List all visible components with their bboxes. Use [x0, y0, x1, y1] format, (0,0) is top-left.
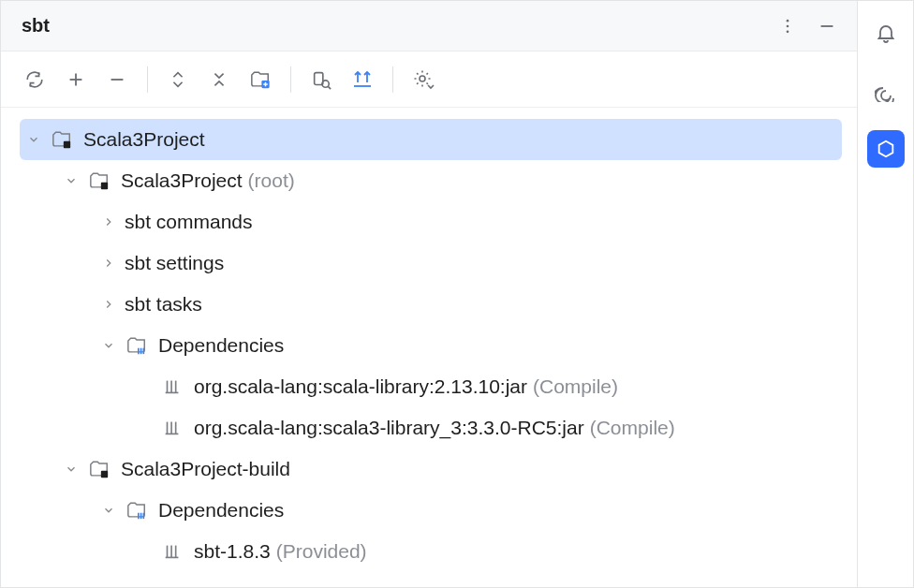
- tree-node-dependencies[interactable]: Dependencies: [95, 490, 842, 531]
- svg-marker-38: [878, 141, 892, 157]
- download-sources-button[interactable]: [342, 59, 383, 100]
- expand-all-button[interactable]: [157, 59, 199, 100]
- chevron-right-icon: [98, 253, 119, 273]
- separator: [290, 66, 291, 93]
- node-label: Scala3Project: [121, 169, 243, 192]
- tree-node-dependency[interactable]: sbt-1.8.3 (Provided): [130, 531, 842, 572]
- tree-node-root-project[interactable]: Scala3Project: [20, 119, 842, 160]
- hexagon-tool-button[interactable]: [867, 130, 905, 168]
- svg-point-1: [787, 24, 789, 27]
- settings-button[interactable]: [403, 59, 444, 100]
- chevron-right-icon: [98, 294, 119, 315]
- right-tool-strip: [858, 0, 914, 588]
- node-label: sbt settings: [125, 252, 224, 274]
- module-folder-icon: [87, 457, 111, 481]
- sbt-tree: Scala3Project Scala3Project (root) sbt c…: [1, 108, 857, 587]
- separator: [392, 66, 393, 93]
- svg-rect-17: [64, 141, 70, 148]
- tree-node-sbt-commands[interactable]: sbt commands: [95, 201, 842, 243]
- chevron-right-icon: [98, 212, 119, 232]
- notifications-button[interactable]: [867, 14, 905, 51]
- refresh-button[interactable]: [14, 59, 55, 100]
- add-button[interactable]: [55, 59, 96, 100]
- library-folder-icon: [125, 498, 149, 522]
- tree-node-dependency[interactable]: org.scala-lang:scala-library:2.13.10:jar…: [130, 366, 842, 407]
- node-label: Scala3Project-build: [121, 458, 290, 480]
- svg-line-12: [328, 86, 331, 89]
- tree-node-dependency[interactable]: org.scala-lang:scala3-library_3:3.3.0-RC…: [130, 407, 842, 448]
- node-suffix: (Provided): [276, 540, 367, 563]
- library-icon: [160, 416, 184, 440]
- group-modules-button[interactable]: [240, 59, 281, 100]
- chevron-down-icon: [98, 500, 119, 521]
- node-label: org.scala-lang:scala3-library_3:3.3.0-RC…: [194, 417, 584, 439]
- chevron-down-icon: [98, 335, 119, 356]
- chevron-down-icon: [61, 459, 81, 479]
- library-folder-icon: [125, 333, 149, 358]
- sbt-tool-window: sbt: [0, 0, 858, 588]
- svg-rect-18: [101, 183, 108, 189]
- node-label: Dependencies: [158, 334, 284, 357]
- node-label: Scala3Project: [83, 128, 205, 151]
- node-label: sbt commands: [125, 211, 253, 233]
- tree-node-module[interactable]: Scala3Project (root): [57, 160, 842, 201]
- library-icon: [160, 539, 184, 564]
- tool-window-header: sbt: [1, 1, 857, 51]
- node-label: Dependencies: [158, 499, 284, 522]
- module-folder-icon: [87, 169, 111, 193]
- tree-node-dependencies[interactable]: Dependencies: [95, 325, 842, 366]
- hide-button[interactable]: [814, 13, 840, 39]
- options-menu-button[interactable]: [774, 13, 801, 39]
- tree-node-sbt-settings[interactable]: sbt settings: [95, 243, 842, 284]
- separator: [147, 66, 148, 93]
- node-label: org.scala-lang:scala-library:2.13.10:jar: [194, 375, 527, 398]
- node-label: sbt tasks: [125, 293, 202, 316]
- chevron-down-icon: [61, 170, 81, 191]
- svg-point-2: [787, 30, 789, 33]
- tool-window-title: sbt: [22, 15, 761, 37]
- spiral-tool-button[interactable]: [867, 72, 905, 110]
- collapse-all-button[interactable]: [199, 59, 240, 100]
- svg-point-16: [420, 76, 425, 81]
- library-icon: [160, 375, 184, 399]
- svg-point-0: [787, 19, 789, 22]
- remove-button[interactable]: [96, 59, 138, 100]
- node-suffix: (root): [248, 169, 295, 192]
- sbt-toolbar: [1, 51, 857, 108]
- svg-rect-30: [101, 471, 108, 478]
- node-label: sbt-1.8.3: [194, 540, 271, 563]
- chevron-down-icon: [23, 129, 44, 150]
- tree-node-sbt-tasks[interactable]: sbt tasks: [95, 284, 842, 325]
- node-suffix: (Compile): [590, 417, 675, 439]
- tree-node-module[interactable]: Scala3Project-build: [57, 448, 842, 490]
- module-folder-icon: [50, 127, 74, 152]
- node-suffix: (Compile): [533, 375, 618, 398]
- find-button[interactable]: [301, 59, 342, 100]
